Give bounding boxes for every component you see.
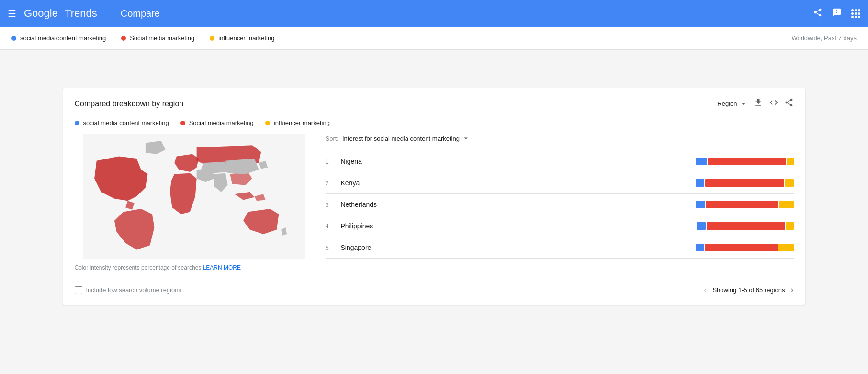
scroll-area-top <box>0 50 868 79</box>
learn-more-link[interactable]: LEARN MORE <box>203 264 241 271</box>
region-label: Region <box>717 100 737 107</box>
logo-google: Google <box>24 7 58 20</box>
header-actions <box>813 8 860 20</box>
card-legend-label-term3: influencer marketing <box>274 119 330 126</box>
bar-group <box>696 201 794 208</box>
row-rank: 3 <box>326 201 341 208</box>
table-row: 5 Singapore <box>326 237 794 259</box>
scope-label: Worldwide, Past 7 days <box>791 34 857 42</box>
feedback-icon[interactable] <box>832 8 842 20</box>
legend-label-term2: Social media marketing <box>130 34 194 42</box>
bar-blue <box>696 158 707 165</box>
sort-select[interactable]: Interest for social media content market… <box>342 134 470 143</box>
card-legend-dot-red <box>180 121 185 125</box>
checkbox-box[interactable] <box>75 286 82 294</box>
code-icon[interactable] <box>769 98 778 110</box>
card-legend-term2: Social media marketing <box>180 119 254 126</box>
region-select[interactable]: Region <box>717 100 747 108</box>
legend-label-term3: influencer marketing <box>218 34 274 42</box>
card-header: Compared breakdown by region Region <box>75 98 794 110</box>
bar-red <box>705 244 778 251</box>
bar-yellow <box>786 222 794 230</box>
card-legend-dot-blue <box>75 121 79 125</box>
map-section: Color intensity represents percentage of… <box>75 134 314 271</box>
row-country: Kenya <box>341 179 696 187</box>
card-legend: social media content marketing Social me… <box>75 119 794 126</box>
bar-group <box>696 158 794 165</box>
map-note: Color intensity represents percentage of… <box>75 264 314 271</box>
table-row: 3 Netherlands <box>326 194 794 215</box>
bar-blue <box>697 222 706 230</box>
bar-red <box>705 179 784 187</box>
legend-item-term1: social media content marketing <box>11 34 106 42</box>
card-title: Compared breakdown by region <box>75 100 184 108</box>
bar-group <box>696 244 794 251</box>
table-row: 4 Philippines <box>326 215 794 237</box>
app-header: ☰ Google Trends Compare <box>0 0 868 27</box>
legend-dot-yellow <box>210 36 214 41</box>
card-actions: Region <box>717 98 793 110</box>
share-icon[interactable] <box>813 8 823 20</box>
legend-label-term1: social media content marketing <box>20 34 106 42</box>
logo-trends: Trends <box>65 7 97 20</box>
row-rank: 1 <box>326 158 341 165</box>
row-rank: 5 <box>326 244 341 251</box>
download-icon[interactable] <box>754 98 763 110</box>
sort-label: Sort: <box>326 135 338 142</box>
main-content: Compared breakdown by region Region <box>0 79 868 314</box>
legend-item-term3: influencer marketing <box>210 34 274 42</box>
breakdown-card: Compared breakdown by region Region <box>63 88 805 305</box>
next-page-button[interactable]: › <box>791 285 794 295</box>
card-legend-label-term1: social media content marketing <box>83 119 169 126</box>
prev-page-button[interactable]: ‹ <box>704 285 707 295</box>
top-legend-bar: social media content marketing Social me… <box>0 27 868 50</box>
map-note-text: Color intensity represents percentage of… <box>75 264 202 271</box>
sort-value: Interest for social media content market… <box>342 135 460 142</box>
legend-dot-red <box>121 36 126 41</box>
table-row: 2 Kenya <box>326 172 794 194</box>
header-divider <box>109 8 109 19</box>
grid-icon <box>851 9 860 18</box>
row-country: Netherlands <box>341 201 696 208</box>
card-legend-dot-yellow <box>265 121 270 125</box>
row-country: Philippines <box>341 222 697 230</box>
world-map <box>75 134 314 259</box>
bar-yellow <box>785 179 794 187</box>
row-country: Nigeria <box>341 158 696 165</box>
row-rank: 2 <box>326 180 341 187</box>
bar-yellow <box>778 244 794 251</box>
row-rank: 4 <box>326 223 341 230</box>
bar-red <box>708 158 786 165</box>
checkbox-label-text: Include low search volume regions <box>86 286 181 294</box>
compare-label: Compare <box>121 8 160 19</box>
share-card-icon[interactable] <box>784 98 794 110</box>
pagination: ‹ Showing 1-5 of 65 regions › <box>704 285 793 295</box>
bar-red <box>706 201 778 208</box>
row-country: Singapore <box>341 244 696 251</box>
bar-yellow <box>787 158 794 165</box>
table-row: 1 Nigeria <box>326 151 794 172</box>
content-area: Color intensity represents percentage of… <box>75 134 794 271</box>
bar-blue <box>696 244 704 251</box>
bar-blue <box>696 179 704 187</box>
bar-group <box>696 179 794 187</box>
card-legend-label-term2: Social media marketing <box>189 119 254 126</box>
menu-icon[interactable]: ☰ <box>8 8 16 19</box>
bar-blue <box>696 201 705 208</box>
card-footer: Include low search volume regions ‹ Show… <box>75 279 794 295</box>
low-volume-checkbox[interactable]: Include low search volume regions <box>75 286 181 294</box>
apps-icon[interactable] <box>851 9 860 18</box>
table-rows: 1 Nigeria 2 Kenya 3 Netherlands <box>326 151 794 259</box>
bar-yellow <box>779 201 794 208</box>
sort-row: Sort: Interest for social media content … <box>326 134 794 147</box>
app-logo: Google Trends <box>24 7 97 20</box>
card-legend-term1: social media content marketing <box>75 119 169 126</box>
bar-group <box>697 222 794 230</box>
legend-dot-blue <box>11 36 16 41</box>
table-section: Sort: Interest for social media content … <box>326 134 794 271</box>
legend-item-term2: Social media marketing <box>121 34 194 42</box>
map-svg <box>75 134 314 259</box>
pagination-text: Showing 1-5 of 65 regions <box>712 286 785 294</box>
card-legend-term3: influencer marketing <box>265 119 330 126</box>
bar-red <box>707 222 785 230</box>
